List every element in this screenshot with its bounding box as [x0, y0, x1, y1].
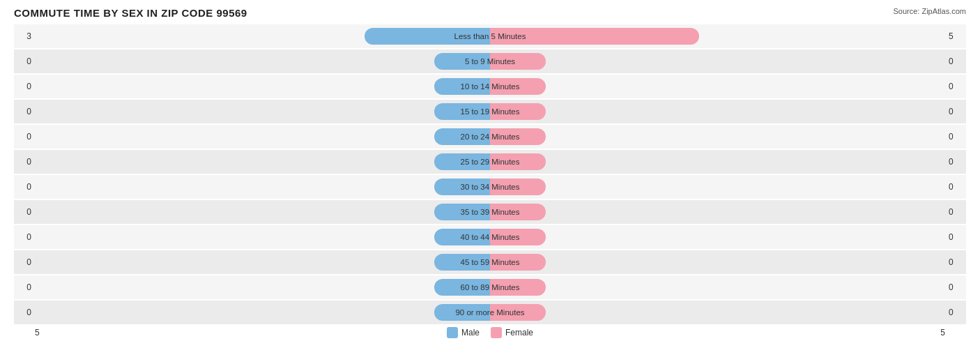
bar-container: 60 to 89 Minutes: [35, 275, 945, 299]
male-value: 0: [14, 207, 35, 217]
chart-area: 3Less than 5 Minutes505 to 9 Minutes0010…: [14, 24, 966, 324]
female-legend-label: Female: [505, 328, 533, 338]
bar-container: 40 to 44 Minutes: [35, 225, 945, 249]
male-value: 0: [14, 257, 35, 267]
bars-wrapper: 35 to 39 Minutes: [35, 204, 945, 220]
bar-row: 010 to 14 Minutes0: [14, 75, 966, 98]
female-value: 0: [945, 207, 966, 217]
bar-label: 20 to 24 Minutes: [460, 132, 519, 141]
female-value: 5: [945, 31, 966, 41]
bar-container: 90 or more Minutes: [35, 301, 945, 324]
bar-container: 35 to 39 Minutes: [35, 200, 945, 224]
male-value: 0: [14, 232, 35, 242]
female-value: 0: [945, 308, 966, 317]
male-value: 0: [14, 107, 35, 116]
male-value: 0: [14, 132, 35, 142]
legend: Male Female: [447, 327, 533, 338]
bar-label: 10 to 14 Minutes: [460, 82, 519, 91]
legend-male: Male: [447, 327, 480, 338]
female-value: 0: [945, 82, 966, 91]
male-value: 0: [14, 157, 35, 167]
bar-label: 15 to 19 Minutes: [460, 107, 519, 116]
female-value: 0: [945, 56, 966, 66]
bar-label: 60 to 89 Minutes: [460, 283, 519, 291]
bar-container: 45 to 59 Minutes: [35, 250, 945, 274]
male-legend-box: [447, 327, 458, 338]
bar-label: 25 to 29 Minutes: [460, 158, 519, 166]
bar-container: Less than 5 Minutes: [35, 24, 945, 48]
male-value: 0: [14, 182, 35, 192]
bar-label: 40 to 44 Minutes: [460, 233, 519, 241]
bars-wrapper: 10 to 14 Minutes: [35, 78, 945, 95]
bar-container: 25 to 29 Minutes: [35, 150, 945, 174]
bars-wrapper: 40 to 44 Minutes: [35, 229, 945, 245]
footer-left-value: 5: [35, 328, 40, 338]
female-value: 0: [945, 182, 966, 192]
male-value: 0: [14, 82, 35, 91]
female-legend-box: [491, 327, 502, 338]
bars-wrapper: 5 to 9 Minutes: [35, 53, 945, 70]
bars-wrapper: 15 to 19 Minutes: [35, 103, 945, 120]
female-value: 0: [945, 257, 966, 267]
bars-wrapper: 90 or more Minutes: [35, 304, 945, 321]
male-value: 0: [14, 56, 35, 66]
bar-container: 15 to 19 Minutes: [35, 100, 945, 123]
footer-row: 5 Male Female 5: [14, 327, 966, 338]
bar-container: 30 to 34 Minutes: [35, 175, 945, 199]
legend-female: Female: [491, 327, 533, 338]
source-text: Source: ZipAtlas.com: [893, 7, 966, 15]
female-value: 0: [945, 157, 966, 167]
bars-wrapper: Less than 5 Minutes: [35, 28, 945, 45]
bar-row: 030 to 34 Minutes0: [14, 175, 966, 199]
bars-wrapper: 30 to 34 Minutes: [35, 179, 945, 195]
bar-row: 025 to 29 Minutes0: [14, 150, 966, 174]
bars-wrapper: 60 to 89 Minutes: [35, 279, 945, 296]
bar-row: 020 to 24 Minutes0: [14, 125, 966, 149]
male-value: 3: [14, 31, 35, 41]
bar-container: 10 to 14 Minutes: [35, 75, 945, 98]
bars-wrapper: 45 to 59 Minutes: [35, 254, 945, 271]
bar-label: 45 to 59 Minutes: [460, 258, 519, 266]
female-value: 0: [945, 232, 966, 242]
male-value: 0: [14, 308, 35, 317]
female-value: 0: [945, 107, 966, 116]
bars-wrapper: 25 to 29 Minutes: [35, 153, 945, 170]
bar-row: 05 to 9 Minutes0: [14, 50, 966, 73]
female-value: 0: [945, 282, 966, 292]
bar-container: 20 to 24 Minutes: [35, 125, 945, 149]
chart-container: COMMUTE TIME BY SEX IN ZIP CODE 99569 So…: [0, 0, 980, 364]
female-value: 0: [945, 132, 966, 142]
bar-row: 045 to 59 Minutes0: [14, 250, 966, 274]
bar-label: 90 or more Minutes: [455, 308, 524, 317]
bar-row: 035 to 39 Minutes0: [14, 200, 966, 224]
bar-container: 5 to 9 Minutes: [35, 50, 945, 73]
footer-right-value: 5: [940, 328, 945, 338]
bar-label: 35 to 39 Minutes: [460, 208, 519, 216]
bar-label: 30 to 34 Minutes: [460, 183, 519, 191]
bar-label: 5 to 9 Minutes: [465, 57, 515, 66]
bar-row: 090 or more Minutes0: [14, 301, 966, 324]
chart-title: COMMUTE TIME BY SEX IN ZIP CODE 99569: [14, 7, 247, 19]
male-legend-label: Male: [461, 328, 480, 338]
male-value: 0: [14, 282, 35, 292]
bars-wrapper: 20 to 24 Minutes: [35, 128, 945, 145]
bar-row: 015 to 19 Minutes0: [14, 100, 966, 123]
bar-row: 040 to 44 Minutes0: [14, 225, 966, 249]
bar-row: 060 to 89 Minutes0: [14, 275, 966, 299]
bar-label: Less than 5 Minutes: [454, 32, 526, 40]
bar-row: 3Less than 5 Minutes5: [14, 24, 966, 48]
title-row: COMMUTE TIME BY SEX IN ZIP CODE 99569 So…: [14, 7, 966, 19]
